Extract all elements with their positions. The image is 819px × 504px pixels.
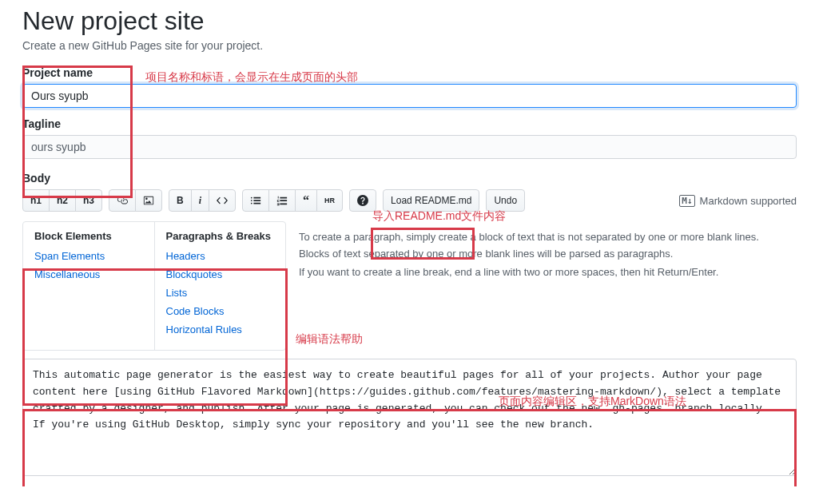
help-link-lists[interactable]: Lists: [166, 287, 275, 299]
syntax-help-nav: Block Elements Span Elements Miscellaneo…: [22, 221, 286, 351]
help-link-headers[interactable]: Headers: [166, 250, 275, 262]
help-col2-title[interactable]: Paragraphs & Breaks: [166, 230, 275, 242]
image-button[interactable]: [135, 189, 162, 212]
help-link-horizontal-rules[interactable]: Horizontal Rules: [166, 323, 275, 335]
h3-button[interactable]: h3: [75, 189, 102, 212]
help-col1-title[interactable]: Block Elements: [34, 230, 143, 242]
tagline-label: Tagline: [22, 117, 797, 130]
help-link-span-elements[interactable]: Span Elements: [34, 250, 143, 262]
ul-button[interactable]: [242, 189, 269, 212]
bold-button[interactable]: B: [169, 189, 192, 212]
editor-toolbar: h1 h2 h3 B i “ HR Load README.md Undo M↓…: [22, 189, 797, 212]
help-link-blockquotes[interactable]: Blockquotes: [166, 268, 275, 280]
quote-button[interactable]: “: [295, 189, 317, 212]
h1-button[interactable]: h1: [22, 189, 50, 212]
body-label: Body: [22, 172, 797, 185]
project-name-input[interactable]: [22, 84, 797, 108]
undo-button[interactable]: Undo: [486, 189, 525, 212]
tagline-input[interactable]: [22, 135, 797, 159]
ol-button[interactable]: [268, 189, 296, 212]
link-button[interactable]: [109, 189, 136, 212]
syntax-help-text: To create a paragraph, simply create a b…: [286, 221, 797, 351]
h2-button[interactable]: h2: [49, 189, 76, 212]
help-link-miscellaneous[interactable]: Miscellaneous: [34, 268, 143, 280]
help-link-code-blocks[interactable]: Code Blocks: [166, 305, 275, 317]
help-button[interactable]: [349, 189, 376, 212]
code-button[interactable]: [209, 189, 236, 212]
body-editor[interactable]: [22, 359, 797, 476]
page-subtitle: Create a new GitHub Pages site for your …: [22, 39, 797, 52]
markdown-supported-label: M↓ Markdown supported: [679, 195, 797, 207]
markdown-icon: M↓: [679, 195, 694, 207]
page-title: New project site: [22, 6, 797, 36]
load-readme-button[interactable]: Load README.md: [383, 189, 479, 212]
italic-button[interactable]: i: [191, 189, 209, 212]
hr-button[interactable]: HR: [316, 189, 343, 212]
project-name-label: Project name: [22, 66, 797, 79]
